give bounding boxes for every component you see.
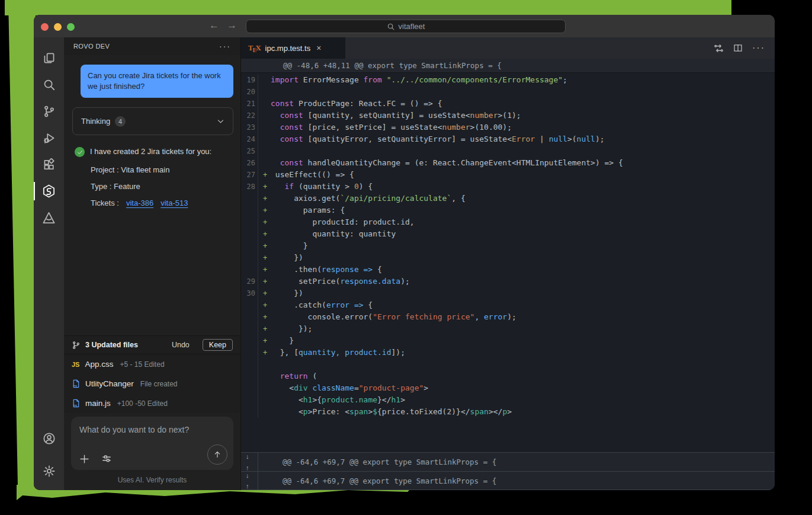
gutter-separator — [258, 228, 262, 240]
gutter-separator — [258, 169, 262, 181]
title-bar: ← → vitafleet — [34, 15, 775, 37]
code-line: <h1>{product.name}</h1> — [241, 394, 775, 406]
chat-area: Can you create Jira tickets for the work… — [64, 55, 240, 335]
gutter-separator — [258, 311, 262, 323]
diff-added-sign: + — [262, 216, 271, 228]
code-text: .catch(error => { — [271, 299, 775, 311]
account-button[interactable] — [34, 425, 64, 452]
line-number: 22 — [241, 110, 255, 121]
gutter-separator — [258, 157, 262, 169]
diff-added-sign: + — [262, 347, 271, 359]
line-number: 26 — [241, 157, 255, 169]
green-backdrop-top — [5, 0, 731, 15]
diff-hunk-header: @@ -48,6 +48,11 @@ export type SmartLink… — [241, 59, 775, 73]
gutter-separator — [258, 145, 262, 157]
panel-title: ROVO DEV — [73, 43, 110, 50]
thinking-collapsible[interactable]: Thinking 4 — [72, 107, 233, 135]
maximize-window-button[interactable] — [67, 23, 75, 31]
sidebar-item-extensions[interactable] — [34, 151, 64, 178]
code-line: 30+ }) — [241, 287, 775, 299]
expand-up-icon[interactable]: ↑ — [246, 482, 249, 490]
response-details: Project : Vita fleet mainType : FeatureT… — [91, 165, 231, 207]
code-line: return ( — [241, 370, 775, 382]
chat-input[interactable] — [79, 425, 225, 434]
code-text: console.error("Error fetching price", er… — [271, 311, 775, 323]
hunk-expand-gutter[interactable]: ↓↑ — [241, 453, 258, 471]
file-row[interactable]: JSApp.css+5 - 15 Edited — [64, 354, 240, 374]
sidebar-item-rovo-dev[interactable] — [34, 178, 64, 204]
sidebar-item-explorer[interactable] — [34, 44, 64, 71]
code-editor[interactable]: 19import ErrorMessage from "../../common… — [241, 73, 775, 418]
code-text: }); — [271, 323, 775, 335]
code-text: productId: product.id, — [271, 216, 775, 228]
code-line: + params: { — [241, 204, 775, 216]
diff-added-sign: + — [262, 323, 271, 335]
search-text: vitafleet — [399, 22, 425, 31]
file-name: main.js — [85, 399, 111, 408]
rovo-dev-panel: ROVO DEV ··· Can you create Jira tickets… — [64, 37, 241, 490]
panel-more-icon[interactable]: ··· — [219, 41, 231, 51]
collapsed-hunk-row: ↓↑@@ -64,6 +69,7 @@ export type SmartLin… — [241, 452, 775, 471]
send-button[interactable] — [207, 444, 227, 465]
thinking-label: Thinking — [81, 117, 110, 126]
back-icon[interactable]: ← — [209, 20, 219, 31]
undo-button[interactable]: Undo — [172, 341, 190, 349]
code-text: const [price, setPrice] = useState<numbe… — [271, 121, 775, 133]
gutter-separator — [258, 370, 262, 382]
code-line: 28+ if (quantity > 0) { — [241, 181, 775, 193]
assistant-response: I have created 2 Jira tickets for you: P… — [75, 147, 231, 207]
rovo-dev-icon — [42, 184, 56, 198]
expand-down-icon[interactable]: ↓ — [246, 472, 249, 479]
atlassian-icon — [42, 211, 56, 225]
file-meta: +100 -50 Edited — [117, 399, 168, 408]
close-window-button[interactable] — [41, 23, 49, 31]
gutter-separator — [258, 394, 262, 406]
chevron-down-icon — [217, 117, 224, 125]
activity-bar — [34, 37, 64, 490]
sidebar-item-source-control[interactable] — [34, 98, 64, 124]
file-row[interactable]: TSmain.js+100 -50 Edited — [64, 394, 240, 413]
svg-text:TS: TS — [73, 404, 78, 408]
code-text: .then(response => { — [271, 264, 775, 276]
hunk-expand-gutter[interactable]: ↓↑ — [241, 472, 258, 490]
sidebar-item-search[interactable] — [34, 71, 64, 98]
code-line: 24 const [quatityError, setQuantityError… — [241, 133, 775, 145]
sidebar-item-atlassian[interactable] — [34, 204, 64, 231]
tab-ipc-mp-test-ts[interactable]: TEX ipc.mp.test.ts × — [241, 37, 345, 59]
expand-down-icon[interactable]: ↓ — [246, 453, 249, 460]
tab-close-icon[interactable]: × — [316, 43, 321, 53]
extensions-icon — [43, 158, 56, 171]
updated-files-title: 3 Updated files — [85, 341, 138, 349]
code-line: <div className="product-page"> — [241, 382, 775, 394]
expand-up-icon[interactable]: ↑ — [246, 464, 249, 471]
code-text: setPrice(response.data); — [271, 276, 775, 287]
open-changes-icon[interactable] — [714, 43, 724, 53]
sidebar-item-run-debug[interactable] — [34, 124, 64, 151]
line-number: 29 — [241, 276, 255, 287]
explorer-icon — [43, 52, 56, 65]
minimize-window-button[interactable] — [54, 23, 62, 31]
editor-more-icon[interactable]: ··· — [752, 43, 765, 53]
split-editor-icon[interactable] — [733, 43, 743, 53]
forward-icon[interactable]: → — [227, 20, 237, 31]
gutter-separator — [258, 276, 262, 287]
settings-button[interactable] — [34, 458, 64, 484]
code-line: <p>Price: <span>${price.toFixed(2)}</spa… — [241, 406, 775, 418]
options-sliders-icon[interactable] — [101, 453, 112, 464]
code-text: import ErrorMessage from "../../common/c… — [271, 74, 775, 86]
code-text: }, [quantity, product.id]); — [271, 347, 775, 359]
code-line: 20 — [241, 86, 775, 98]
ticket-link[interactable]: vita-513 — [161, 199, 188, 207]
collapsed-hunk-header: @@ -64,6 +69,7 @@ export type SmartLinkP… — [258, 453, 496, 471]
app-window: ← → vitafleet — [34, 15, 775, 490]
ticket-link[interactable]: vita-386 — [126, 199, 153, 207]
thinking-count-badge: 4 — [115, 116, 126, 127]
code-line: + console.error("Error fetching price", … — [241, 311, 775, 323]
file-row[interactable]: TSUtlityChangerFile created — [64, 374, 240, 394]
command-center-search[interactable]: vitafleet — [246, 20, 566, 33]
user-message-bubble: Can you create Jira tickets for the work… — [81, 65, 233, 98]
attach-plus-icon[interactable] — [79, 454, 89, 464]
keep-button[interactable]: Keep — [203, 339, 233, 351]
ts-file-icon: TS — [72, 399, 80, 408]
code-line: 21const ProductPage: React.FC = () => { — [241, 98, 775, 110]
